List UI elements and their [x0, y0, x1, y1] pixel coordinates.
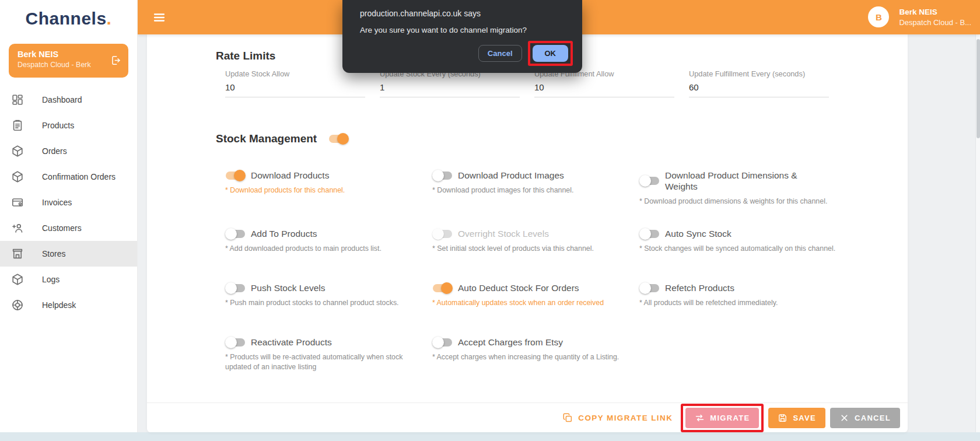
toggle-description: * Download product images for this chann… — [432, 186, 634, 195]
sidebar-item-dashboard[interactable]: Dashboard — [0, 87, 137, 113]
toggle-knob — [225, 282, 237, 294]
dialog-cancel-button[interactable]: Cancel — [478, 45, 522, 62]
rate-limit-field-update-fulfillment-every-seconds: Update Fulfillment Every (seconds) — [689, 69, 829, 97]
migrate-button[interactable]: MIGRATE — [685, 408, 759, 428]
toggle-switch[interactable] — [432, 228, 453, 240]
package-icon — [11, 273, 24, 286]
sidebar-item-orders[interactable]: Orders — [0, 138, 137, 164]
toggle-option-accept-charges-from-etsy: Accept Charges from Etsy * Accept charge… — [432, 337, 639, 373]
cancel-button[interactable]: CANCEL — [830, 408, 900, 428]
browser-alert-dialog: production.channelapi.co.uk says Are you… — [342, 0, 582, 73]
toggle-description: * Products will be re-activated automati… — [225, 352, 426, 373]
toggle-description: * Stock changes will be synced automatic… — [639, 244, 841, 254]
sidebar-item-label: Dashboard — [42, 95, 82, 104]
sidebar-item-invoices[interactable]: Invoices — [0, 190, 137, 215]
cancel-label: CANCEL — [855, 414, 891, 422]
copy-icon — [562, 412, 573, 423]
sidebar-item-label: Products — [42, 121, 74, 130]
clipboard-icon — [11, 119, 24, 132]
toggle-option-reactivate-products: Reactivate Products * Products will be r… — [225, 337, 432, 373]
toggle-switch[interactable] — [225, 228, 246, 240]
store-settings-card: Rate Limits Update Stock Allow Update St… — [147, 34, 908, 432]
copy-migrate-link-label: COPY MIGRATE LINK — [578, 414, 673, 422]
sidebar-user-org: Despatch Cloud - Berk — [18, 61, 105, 69]
scrollbar-thumb[interactable] — [977, 39, 980, 138]
toggle-label: Download Product Images — [458, 170, 564, 181]
toggle-knob — [432, 170, 444, 181]
toggle-description: * Download product dimensions & weights … — [639, 197, 841, 206]
field-input[interactable] — [534, 79, 674, 97]
field-input[interactable] — [380, 79, 520, 97]
toggle-knob — [639, 282, 651, 294]
toggle-description: * Accept charges when increasing the qua… — [432, 352, 634, 362]
sidebar-item-logs[interactable]: Logs — [0, 267, 137, 292]
toggle-label: Push Stock Levels — [251, 282, 326, 293]
toggle-knob — [639, 175, 651, 187]
toggle-option-auto-sync-stock: Auto Sync Stock * Stock changes will be … — [639, 228, 884, 261]
toggle-label: Download Products — [251, 170, 329, 181]
sidebar-item-customers[interactable]: Customers — [0, 215, 137, 241]
migrate-label: MIGRATE — [710, 414, 750, 422]
stock-management-toggle[interactable] — [328, 133, 349, 145]
rate-limit-field-update-fulfillment-allow: Update Fulfillment Allow — [534, 69, 674, 97]
toggle-switch[interactable] — [432, 337, 453, 348]
hamburger-icon — [152, 10, 167, 24]
sidebar-item-helpdesk[interactable]: Helpdesk — [0, 292, 137, 318]
sidebar-item-label: Confirmation Orders — [42, 172, 116, 181]
dialog-title: production.channelapi.co.uk says — [360, 9, 573, 18]
field-input[interactable] — [689, 79, 829, 97]
package-icon — [11, 145, 24, 158]
toggle-option-add-to-products: Add To Products * Add downloaded product… — [225, 228, 432, 261]
rate-limit-field-update-stock-every-seconds: Update Stock Every (seconds) — [380, 69, 520, 97]
toggle-knob — [225, 228, 237, 240]
toggle-switch[interactable] — [639, 228, 660, 240]
header-user-menu[interactable]: B Berk NEIS Despatch Cloud - B... — [868, 6, 971, 27]
toggle-switch[interactable] — [225, 282, 246, 294]
logout-icon[interactable] — [110, 55, 121, 66]
toggle-switch[interactable] — [639, 175, 660, 187]
sidebar: Channels. Berk NEIS Despatch Cloud - Ber… — [0, 0, 138, 432]
field-input[interactable] — [225, 79, 365, 97]
toggle-knob — [432, 337, 444, 348]
copy-migrate-link-button[interactable]: COPY MIGRATE LINK — [562, 412, 673, 423]
toggle-label: Add To Products — [251, 228, 317, 239]
toggle-label: Overright Stock Levels — [458, 228, 549, 239]
toggle-option-refetch-products: Refetch Products * All products will be … — [639, 282, 884, 315]
sidebar-item-label: Invoices — [42, 198, 72, 207]
toggle-switch[interactable] — [432, 282, 453, 294]
toggle-option-push-stock-levels: Push Stock Levels * Push main product st… — [225, 282, 432, 315]
toggle-switch[interactable] — [225, 170, 246, 181]
app-logo: Channels. — [0, 0, 137, 29]
rate-limits-fields: Update Stock Allow Update Stock Every (s… — [216, 69, 884, 97]
stock-management-title: Stock Management — [216, 132, 317, 145]
annotation-box-migrate: MIGRATE — [681, 404, 764, 432]
toggle-label: Reactivate Products — [251, 337, 332, 348]
sidebar-item-label: Stores — [42, 249, 65, 258]
toggle-switch[interactable] — [225, 337, 246, 348]
toggle-switch[interactable] — [432, 170, 453, 181]
rate-limit-field-update-stock-allow: Update Stock Allow — [225, 69, 365, 97]
save-icon — [778, 413, 788, 423]
sidebar-item-confirmation-orders[interactable]: Confirmation Orders — [0, 164, 137, 190]
migrate-arrows-icon — [695, 413, 705, 423]
sidebar-user-card[interactable]: Berk NEIS Despatch Cloud - Berk — [9, 44, 128, 78]
scrollbar[interactable] — [975, 34, 980, 432]
toggle-knob — [432, 228, 444, 240]
hamburger-menu-button[interactable] — [152, 10, 167, 25]
sidebar-item-stores[interactable]: Stores — [0, 241, 137, 267]
sidebar-item-label: Customers — [42, 223, 82, 233]
toggle-switch[interactable] — [639, 282, 660, 294]
toggle-option-overright-stock-levels: Overright Stock Levels * Set initial sto… — [432, 228, 639, 261]
header-user-org: Despatch Cloud - B... — [899, 18, 971, 27]
sidebar-item-products[interactable]: Products — [0, 113, 137, 138]
toggle-label: Auto Deduct Stock For Orders — [458, 282, 579, 293]
toggle-label: Download Product Dimensions & Weights — [665, 170, 814, 192]
toggle-option-auto-deduct-stock-for-orders: Auto Deduct Stock For Orders * Automatic… — [432, 282, 639, 315]
save-button[interactable]: SAVE — [768, 408, 825, 428]
header-user-name: Berk NEIS — [899, 8, 971, 16]
save-label: SAVE — [793, 414, 816, 422]
dialog-ok-button[interactable]: OK — [533, 45, 569, 62]
dashboard-icon — [11, 93, 24, 106]
toggle-description: * All products will be refetched immedia… — [639, 298, 841, 308]
sidebar-user-name: Berk NEIS — [18, 50, 105, 59]
